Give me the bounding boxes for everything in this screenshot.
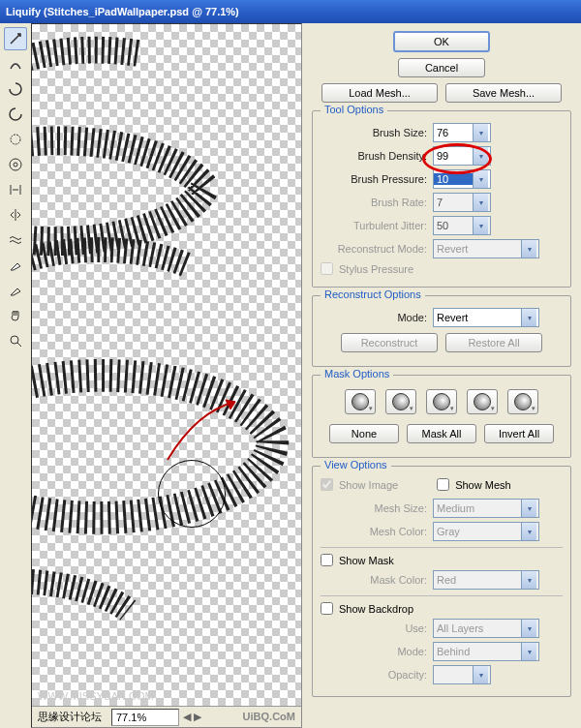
chevron-down-icon[interactable]: ▾ xyxy=(473,147,488,165)
opacity-label: Opacity: xyxy=(321,669,427,681)
freeze-mask-tool[interactable] xyxy=(4,254,27,277)
save-mesh-button[interactable]: Save Mesh... xyxy=(445,83,562,103)
show-mesh-label: Show Mesh xyxy=(455,479,510,491)
use-select: All Layers▾ xyxy=(433,619,539,638)
hand-tool[interactable] xyxy=(4,304,27,327)
reconstruct-mode-label: Reconstruct Mode: xyxy=(321,243,427,255)
mask-replace-icon[interactable]: ▾ xyxy=(345,389,376,414)
show-image-checkbox xyxy=(321,478,333,491)
turbulent-jitter-input: ▾ xyxy=(433,216,491,235)
tool-options-group: Tool Options Brush Size: ▾ Brush Density… xyxy=(312,110,571,288)
title-bar: Liquify (Stitches_iPadWallpaper.psd @ 77… xyxy=(0,0,581,23)
chevron-down-icon: ▾ xyxy=(473,666,488,683)
mask-all-button[interactable]: Mask All xyxy=(407,424,476,443)
bloat-tool[interactable] xyxy=(4,153,27,176)
reconstruct-options-group: Reconstruct Options Mode: Revert▾ Recons… xyxy=(312,295,571,367)
reconstruct-mode-select: Revert▾ xyxy=(433,239,539,258)
stylus-pressure-label: Stylus Pressure xyxy=(339,263,413,275)
brush-density-label: Brush Density: xyxy=(321,150,427,162)
mesh-color-select: Gray▾ xyxy=(433,522,539,541)
view-options-legend: View Options xyxy=(321,459,391,470)
pucker-tool[interactable] xyxy=(4,128,27,151)
reconstruct-tool[interactable] xyxy=(4,52,27,76)
forward-warp-tool[interactable] xyxy=(4,27,27,50)
load-mesh-button[interactable]: Load Mesh... xyxy=(321,83,438,103)
invert-all-button[interactable]: Invert All xyxy=(484,424,554,443)
twirl-cw-tool[interactable] xyxy=(4,77,27,101)
watermark-text: WWW.MISSYUAN.COM xyxy=(38,690,154,702)
brush-rate-input: ▾ xyxy=(433,193,491,212)
mask-add-icon[interactable]: ▾ xyxy=(385,389,416,414)
zoom-percent[interactable]: 77.1% xyxy=(111,709,179,726)
chevron-down-icon: ▾ xyxy=(521,620,536,637)
mask-subtract-icon[interactable]: ▾ xyxy=(426,389,457,414)
brush-pressure-input[interactable]: ▾ xyxy=(433,169,491,189)
stroke-arrow-icon xyxy=(158,392,255,470)
brush-density-input[interactable]: ▾ xyxy=(433,146,491,166)
reconstruct-button: Reconstruct xyxy=(341,333,438,352)
turbulence-tool[interactable] xyxy=(4,228,27,252)
chevron-down-icon: ▾ xyxy=(521,500,536,517)
chevron-down-icon[interactable]: ▾ xyxy=(473,170,488,188)
options-panel: OK Cancel Load Mesh... Save Mesh... Tool… xyxy=(302,23,581,728)
svg-point-0 xyxy=(11,135,20,144)
twirl-ccw-tool[interactable] xyxy=(4,103,27,126)
status-left: 思缘设计论坛 xyxy=(32,710,107,724)
window-title: Liquify (Stitches_iPadWallpaper.psd @ 77… xyxy=(6,6,239,17)
chevron-down-icon: ▾ xyxy=(521,571,536,589)
chevron-down-icon: ▾ xyxy=(473,194,488,211)
svg-point-1 xyxy=(10,159,21,170)
tool-options-legend: Tool Options xyxy=(321,104,387,115)
chevron-down-icon: ▾ xyxy=(473,217,488,234)
mask-none-button[interactable]: None xyxy=(329,424,399,443)
show-mask-label: Show Mask xyxy=(339,555,394,566)
thaw-mask-tool[interactable] xyxy=(4,279,27,302)
backdrop-mode-label: Mode: xyxy=(321,646,427,657)
ok-button[interactable]: OK xyxy=(393,31,490,52)
mode-select[interactable]: Revert▾ xyxy=(433,308,539,327)
show-backdrop-label: Show Backdrop xyxy=(339,603,413,615)
mesh-size-label: Mesh Size: xyxy=(321,502,427,514)
brush-size-label: Brush Size: xyxy=(321,127,427,138)
use-label: Use: xyxy=(321,622,427,634)
brush-rate-label: Brush Rate: xyxy=(321,197,427,208)
backdrop-mode-select: Behind▾ xyxy=(433,642,539,661)
show-image-label: Show Image xyxy=(339,479,398,491)
mask-color-label: Mask Color: xyxy=(321,574,427,586)
mirror-tool[interactable] xyxy=(4,203,27,227)
chevron-down-icon: ▾ xyxy=(521,523,536,540)
brush-cursor xyxy=(158,460,226,528)
chevron-down-icon: ▾ xyxy=(521,643,536,660)
svg-point-3 xyxy=(11,336,18,344)
canvas-area[interactable]: WWW.MISSYUAN.COM 思缘设计论坛 77.1% ◀ ▶ UiBQ.C… xyxy=(31,23,302,728)
zoom-tool[interactable] xyxy=(4,329,27,352)
mesh-color-label: Mesh Color: xyxy=(321,526,427,537)
reconstruct-options-legend: Reconstruct Options xyxy=(321,288,425,300)
svg-point-2 xyxy=(14,163,17,167)
show-mask-checkbox[interactable] xyxy=(321,554,333,566)
push-left-tool[interactable] xyxy=(4,178,27,201)
chevron-down-icon[interactable]: ▾ xyxy=(521,309,536,326)
tool-column xyxy=(0,23,31,728)
stitches-artwork xyxy=(32,24,301,707)
view-options-group: View Options Show Image Show Mesh Mesh S… xyxy=(312,466,571,697)
mask-options-legend: Mask Options xyxy=(321,368,393,379)
brush-size-input[interactable]: ▾ xyxy=(433,123,491,142)
brand-watermark: UiBQ.CoM xyxy=(243,706,295,727)
mask-options-group: Mask Options ▾ ▾ ▾ ▾ ▾ None Mask All Inv… xyxy=(312,375,571,458)
mode-label: Mode: xyxy=(321,312,427,323)
show-mesh-checkbox[interactable] xyxy=(437,478,449,491)
stylus-pressure-checkbox xyxy=(321,262,333,275)
brush-pressure-label: Brush Pressure: xyxy=(321,173,427,185)
mask-intersect-icon[interactable]: ▾ xyxy=(467,389,498,414)
restore-all-button: Restore All xyxy=(445,333,542,352)
turbulent-jitter-label: Turbulent Jitter: xyxy=(321,220,427,231)
chevron-down-icon[interactable]: ▾ xyxy=(473,124,488,141)
mask-color-select: Red▾ xyxy=(433,570,539,590)
chevron-down-icon: ▾ xyxy=(521,240,536,258)
mesh-size-select: Medium▾ xyxy=(433,499,539,518)
show-backdrop-checkbox[interactable] xyxy=(321,602,333,615)
mask-invert-icon[interactable]: ▾ xyxy=(507,389,538,414)
opacity-input: ▾ xyxy=(433,665,491,684)
cancel-button[interactable]: Cancel xyxy=(398,58,485,77)
